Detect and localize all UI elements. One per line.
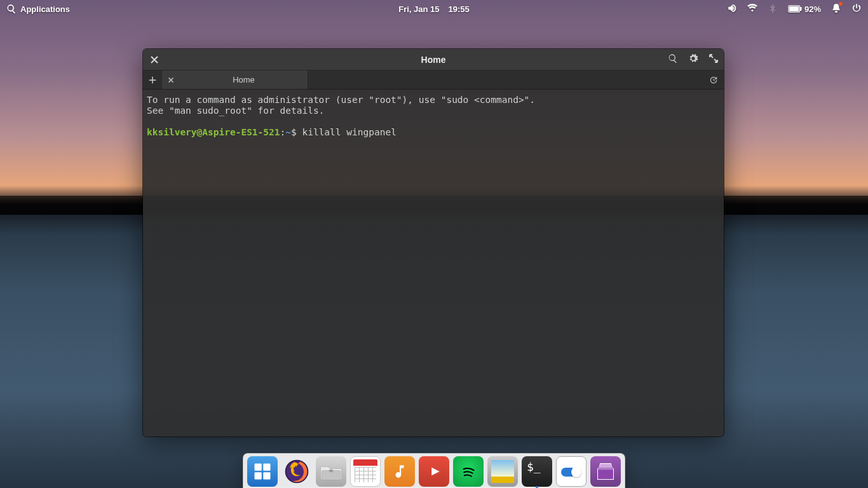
prompt-sep: : xyxy=(280,127,286,137)
dock-item-multitasking[interactable] xyxy=(247,456,278,487)
battery-indicator[interactable]: 92% xyxy=(788,4,821,14)
files-icon xyxy=(316,456,346,487)
power-icon xyxy=(851,3,862,13)
window-settings-button[interactable] xyxy=(688,53,698,66)
desktop: Applications Fri, Jan 15 19:55 92% Home xyxy=(0,0,868,488)
svg-rect-6 xyxy=(263,472,270,479)
prompt-command: killall wingpanel xyxy=(302,127,396,137)
prompt-userhost: kksilvery@Aspire-ES1-521 xyxy=(147,127,280,137)
tab-label: Home xyxy=(180,75,308,85)
terminal-icon: $_ xyxy=(522,456,552,487)
clock[interactable]: Fri, Jan 15 19:55 xyxy=(398,4,470,14)
svg-rect-5 xyxy=(255,472,262,479)
svg-rect-10 xyxy=(329,470,333,472)
prompt-path: ~ xyxy=(285,127,291,137)
dock: $_ xyxy=(243,453,625,488)
search-icon xyxy=(668,53,678,64)
fullscreen-icon xyxy=(709,53,719,64)
svg-rect-11 xyxy=(598,469,613,479)
terminal-window: Home Home To run a command as administra… xyxy=(143,49,724,437)
history-icon xyxy=(709,76,718,85)
panel-time: 19:55 xyxy=(449,4,470,14)
dock-item-files[interactable] xyxy=(316,456,346,487)
svg-rect-1 xyxy=(790,7,799,11)
svg-rect-3 xyxy=(255,464,262,471)
top-panel: Applications Fri, Jan 15 19:55 92% xyxy=(0,0,868,18)
dock-item-photos[interactable] xyxy=(487,456,518,487)
svg-rect-12 xyxy=(598,467,613,470)
photos-icon xyxy=(487,456,518,487)
motd-line-2: See "man sudo_root" for details. xyxy=(147,105,324,116)
battery-percent: 92% xyxy=(804,4,821,14)
window-titlebar[interactable]: Home xyxy=(143,49,724,71)
sound-indicator[interactable] xyxy=(727,3,737,15)
applications-label: Applications xyxy=(20,4,70,14)
dock-item-music[interactable] xyxy=(384,456,415,487)
bluetooth-off-icon xyxy=(768,3,778,13)
calendar-icon xyxy=(350,456,381,487)
dock-item-system-settings[interactable] xyxy=(556,456,587,487)
window-maximize-button[interactable] xyxy=(709,53,719,66)
panel-date: Fri, Jan 15 xyxy=(398,4,439,14)
svg-rect-4 xyxy=(263,464,270,471)
dock-item-youtube[interactable] xyxy=(419,456,449,487)
spotify-icon xyxy=(453,456,484,487)
notifications-indicator[interactable] xyxy=(831,3,841,15)
motd-line-1: To run a command as administrator (user … xyxy=(147,95,535,105)
svg-rect-2 xyxy=(800,7,801,10)
music-icon xyxy=(384,456,415,487)
dock-item-calendar[interactable] xyxy=(350,456,381,487)
settings-icon xyxy=(556,456,587,487)
dock-item-appcenter[interactable] xyxy=(590,456,621,487)
terminal-output[interactable]: To run a command as administrator (user … xyxy=(143,90,724,437)
search-icon xyxy=(6,4,17,14)
close-icon xyxy=(166,76,175,85)
volume-icon xyxy=(727,3,737,13)
plus-icon xyxy=(148,76,157,85)
tab-bar: Home xyxy=(143,71,724,90)
appcenter-icon xyxy=(590,456,621,487)
window-search-button[interactable] xyxy=(668,53,678,66)
window-close-button[interactable] xyxy=(148,53,161,66)
bluetooth-indicator[interactable] xyxy=(768,3,778,15)
firefox-icon xyxy=(281,456,312,487)
window-title: Home xyxy=(421,55,446,65)
history-button[interactable] xyxy=(703,71,724,89)
applications-menu[interactable]: Applications xyxy=(6,4,70,14)
dock-item-firefox[interactable] xyxy=(281,456,312,487)
wifi-icon xyxy=(747,3,757,13)
close-icon xyxy=(149,55,159,65)
bell-icon xyxy=(831,3,841,13)
dock-item-spotify[interactable] xyxy=(453,456,484,487)
new-tab-button[interactable] xyxy=(143,71,162,89)
youtube-icon xyxy=(419,456,449,487)
gear-icon xyxy=(688,53,698,64)
tab-close-button[interactable] xyxy=(162,76,180,85)
network-indicator[interactable] xyxy=(747,3,757,15)
prompt-sigil: $ xyxy=(291,127,297,137)
tab-home[interactable]: Home xyxy=(162,71,308,89)
session-indicator[interactable] xyxy=(851,3,862,15)
dock-item-terminal[interactable]: $_ xyxy=(522,456,552,487)
battery-icon xyxy=(788,4,802,13)
multitasking-icon xyxy=(247,456,278,487)
